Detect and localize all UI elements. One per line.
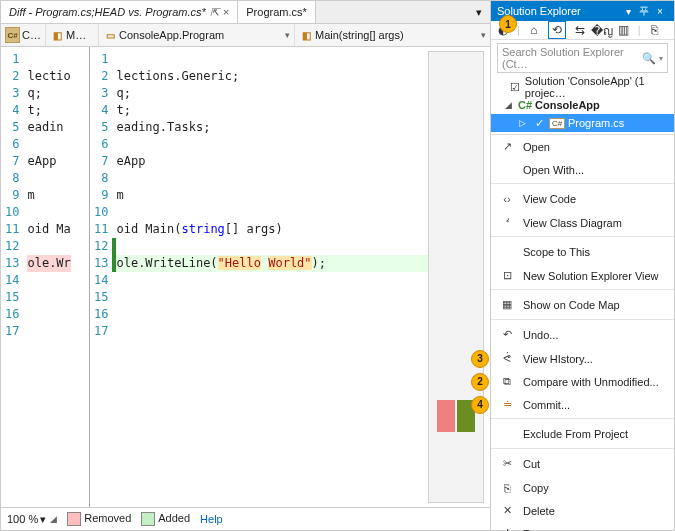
- diff-left-pane: 1234567891011121314151617 lectioq;t;eadi…: [1, 47, 90, 507]
- map-icon: ▦: [499, 297, 515, 313]
- menu-exclude[interactable]: Exclude From Project: [491, 418, 674, 446]
- expand-icon[interactable]: ▷: [519, 118, 529, 128]
- class-icon: ▭: [103, 28, 117, 42]
- callout-1: 1: [499, 15, 517, 33]
- menu-open[interactable]: ↗Open: [491, 135, 674, 158]
- undo-icon: ↶: [499, 327, 515, 343]
- pin-icon[interactable]: 푸: [636, 4, 652, 18]
- properties-icon[interactable]: ⎘: [647, 22, 663, 38]
- tab-pin-icon[interactable]: ⇱: [210, 6, 219, 19]
- code-nav-bar: C# C… ◧ M… ▭ ConsoleApp.Program ▾ ◧ Main…: [1, 24, 490, 47]
- chevron-down-icon: ▾: [40, 513, 46, 526]
- menu-view-class-diagram[interactable]: ᔊView Class Diagram: [491, 211, 674, 234]
- tree-file-node[interactable]: ▷ ✓ C# Program.cs: [491, 114, 674, 132]
- vcs-status-icon: ✓: [532, 117, 546, 130]
- overview-removed-marker: [437, 400, 455, 432]
- menu-undo[interactable]: ↶Undo...: [491, 319, 674, 347]
- context-menu: ↗Open Open With... ‹›View Code ᔊView Cla…: [491, 134, 674, 531]
- callout-3: 3: [471, 350, 489, 368]
- editor-tab-strip: Diff - Program.cs;HEAD vs. Program.cs* ⇱…: [1, 1, 490, 24]
- menu-history[interactable]: 3ᕚView HIstory...: [491, 347, 674, 370]
- tab-diff-label: Diff - Program.cs;HEAD vs. Program.cs*: [9, 6, 206, 18]
- home-icon[interactable]: ⌂: [526, 22, 542, 38]
- history-icon: ᕚ: [499, 351, 515, 367]
- menu-open-with[interactable]: Open With...: [491, 158, 674, 181]
- copy-icon: ⎘: [499, 480, 515, 496]
- solution-explorer-search[interactable]: Search Solution Explorer (Ct… 🔍 ▾: [497, 43, 668, 73]
- tab-close-icon[interactable]: ×: [223, 6, 229, 18]
- diff-right-pane: 1234567891011121314151617 lections.Gener…: [90, 47, 490, 507]
- diagram-icon: ᔊ: [499, 215, 515, 231]
- refresh-icon[interactable]: ⇆: [572, 22, 588, 38]
- search-placeholder: Search Solution Explorer (Ct…: [502, 46, 642, 70]
- close-icon[interactable]: ×: [652, 6, 668, 17]
- method-icon: ◧: [299, 28, 313, 42]
- tab-overflow-icon[interactable]: ▾: [468, 1, 490, 23]
- menu-view-code[interactable]: ‹›View Code: [491, 183, 674, 211]
- code-icon: ‹›: [499, 191, 515, 207]
- compare-icon: ⧉: [499, 374, 515, 390]
- window-icon: ⊡: [499, 268, 515, 284]
- solution-explorer-panel: Solution Explorer ▾ 푸 × ◐ | ⌂ ⟲ 1 ⇆ �ญ ▥…: [491, 1, 674, 530]
- solution-icon: ☑: [509, 81, 522, 94]
- nav-class[interactable]: ▭ ConsoleApp.Program ▾: [99, 24, 295, 46]
- code-left[interactable]: lectioq;t;eadineAppmoid Maole.Wr: [23, 47, 70, 507]
- expand-icon[interactable]: ◢: [505, 100, 515, 110]
- sync-active-doc-icon[interactable]: ⟲ 1: [548, 21, 566, 39]
- csharp-icon: C#: [5, 27, 20, 43]
- callout-4: 4: [471, 396, 489, 414]
- diff-footer: 100 % ▾ ◢ Removed Added Help: [1, 507, 490, 530]
- solution-explorer-toolbar: ◐ | ⌂ ⟲ 1 ⇆ �ญ ▥ | ⎘: [491, 21, 674, 40]
- nav-method[interactable]: ◧ Main(string[] args) ▾: [295, 24, 490, 46]
- legend-removed: Removed: [67, 512, 131, 526]
- chevron-down-icon: ▾: [659, 54, 663, 63]
- menu-commit[interactable]: 4≐Commit...: [491, 393, 674, 416]
- diff-viewer: 1234567891011121314151617 lectioq;t;eadi…: [1, 47, 490, 507]
- chevron-down-icon: ▾: [285, 30, 290, 40]
- tab-diff[interactable]: Diff - Program.cs;HEAD vs. Program.cs* ⇱…: [1, 0, 238, 23]
- chevron-down-icon: ▾: [481, 30, 486, 40]
- nav-class-left[interactable]: C# C…: [1, 24, 46, 46]
- nav-member-left[interactable]: ◧ M…: [46, 24, 99, 46]
- menu-new-view[interactable]: ⊡New Solution Explorer View: [491, 264, 674, 287]
- delete-icon: ✕: [499, 503, 515, 519]
- menu-copy[interactable]: ⎘Copy: [491, 476, 674, 499]
- line-gutter-left: 1234567891011121314151617: [1, 47, 23, 507]
- diff-overview-ruler[interactable]: [428, 51, 484, 503]
- menu-rename[interactable]: I̲Rename: [491, 522, 674, 531]
- rename-icon: I̲: [499, 526, 515, 532]
- menu-compare[interactable]: 2⧉Compare with Unmodified...: [491, 370, 674, 393]
- tab-file-label: Program.cs*: [246, 6, 307, 18]
- cut-icon: ✂: [499, 456, 515, 472]
- tree-solution-node[interactable]: ☑ Solution 'ConsoleApp' (1 projec…: [491, 78, 674, 96]
- collapse-icon[interactable]: �ญ: [594, 22, 610, 38]
- menu-code-map[interactable]: ▦Show on Code Map: [491, 289, 674, 317]
- menu-delete[interactable]: ✕Delete: [491, 499, 674, 522]
- open-icon: ↗: [499, 139, 515, 155]
- csharp-file-icon: C#: [549, 118, 565, 129]
- commit-icon: ≐: [499, 397, 515, 413]
- code-right[interactable]: lections.Generic;q;t;eading.Tasks;eAppmo…: [112, 47, 428, 507]
- legend-added: Added: [141, 512, 190, 526]
- method-icon: ◧: [50, 28, 64, 42]
- zoom-control[interactable]: 100 % ▾ ◢: [7, 513, 57, 526]
- search-icon: 🔍: [642, 52, 656, 65]
- show-all-icon[interactable]: ▥: [616, 22, 632, 38]
- window-menu-icon[interactable]: ▾: [620, 6, 636, 17]
- panel-title-bar[interactable]: Solution Explorer ▾ 푸 ×: [491, 1, 674, 21]
- menu-scope[interactable]: Scope to This: [491, 236, 674, 264]
- help-link[interactable]: Help: [200, 513, 223, 525]
- solution-tree: ☑ Solution 'ConsoleApp' (1 projec… ◢ C# …: [491, 76, 674, 134]
- tab-file[interactable]: Program.cs*: [238, 1, 316, 23]
- resize-grip-icon[interactable]: ◢: [50, 514, 57, 524]
- line-gutter-right: 1234567891011121314151617: [90, 47, 112, 507]
- menu-cut[interactable]: ✂Cut: [491, 448, 674, 476]
- csproj-icon: C#: [518, 99, 532, 111]
- callout-2: 2: [471, 373, 489, 391]
